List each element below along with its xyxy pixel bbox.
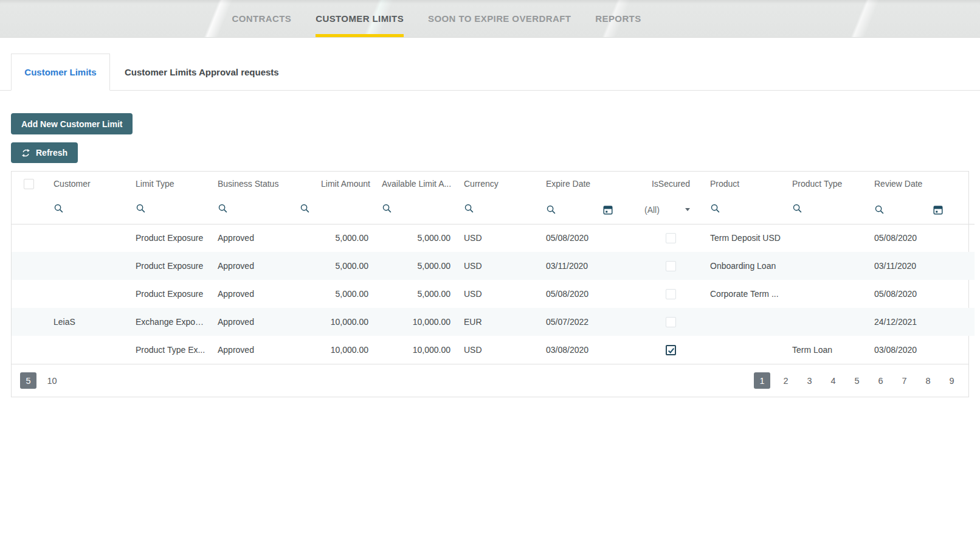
search-icon[interactable] bbox=[546, 204, 556, 215]
cell-limit-amount: 10,000.00 bbox=[292, 308, 374, 336]
tab-customer-limits[interactable]: Customer Limits bbox=[11, 54, 110, 91]
issecured-filter-dropdown[interactable]: (All) bbox=[643, 205, 699, 215]
page-4[interactable]: 4 bbox=[825, 372, 841, 389]
filter-limit-amount[interactable] bbox=[292, 196, 374, 224]
top-navigation-bar: CONTRACTS CUSTOMER LIMITS SOON TO EXPIRE… bbox=[0, 0, 980, 38]
active-nav-underline bbox=[316, 34, 404, 37]
filter-customer[interactable] bbox=[46, 196, 128, 224]
column-header-product[interactable]: Product bbox=[703, 172, 785, 196]
refresh-button[interactable]: Refresh bbox=[11, 142, 78, 163]
nav-item-soon-to-expire-overdraft[interactable]: SOON TO EXPIRE OVERDRAFT bbox=[428, 0, 571, 37]
select-all-checkbox[interactable] bbox=[24, 179, 34, 189]
column-header-review-date[interactable]: Review Date bbox=[867, 172, 975, 196]
cell-review-date: 05/08/2020 bbox=[867, 224, 975, 252]
row-select-cell bbox=[12, 252, 46, 280]
grid-filter-row: (All) bbox=[12, 196, 975, 224]
calendar-icon[interactable] bbox=[602, 204, 613, 215]
filter-currency[interactable] bbox=[457, 196, 539, 224]
cell-currency: USD bbox=[457, 336, 539, 364]
column-header-limit-type[interactable]: Limit Type bbox=[128, 172, 210, 196]
page-3[interactable]: 3 bbox=[801, 372, 818, 389]
table-row[interactable]: LeiaS Exchange Expos... Approved 10,000.… bbox=[12, 308, 975, 336]
cell-currency: EUR bbox=[457, 308, 539, 336]
page-9[interactable]: 9 bbox=[944, 372, 960, 389]
search-icon[interactable] bbox=[300, 203, 310, 214]
page-6[interactable]: 6 bbox=[872, 372, 889, 389]
page-size-10[interactable]: 10 bbox=[44, 372, 60, 389]
nav-item-reports[interactable]: REPORTS bbox=[595, 0, 641, 37]
cell-limit-amount: 5,000.00 bbox=[292, 252, 374, 280]
cell-customer bbox=[46, 224, 128, 252]
cell-issecured bbox=[636, 336, 703, 364]
table-row[interactable]: Product Exposure Approved 5,000.00 5,000… bbox=[12, 252, 975, 280]
filter-product[interactable] bbox=[703, 196, 785, 224]
grid-pager: 510 123456789 bbox=[12, 364, 968, 397]
table-row[interactable]: Product Type Ex... Approved 10,000.00 10… bbox=[12, 336, 975, 364]
page-1[interactable]: 1 bbox=[754, 372, 770, 389]
search-icon[interactable] bbox=[53, 203, 64, 214]
cell-product-type bbox=[785, 280, 867, 308]
cell-available-limit: 10,000.00 bbox=[374, 336, 457, 364]
page-5[interactable]: 5 bbox=[849, 372, 865, 389]
page-7[interactable]: 7 bbox=[896, 372, 913, 389]
cell-product-type bbox=[785, 308, 867, 336]
tab-strip: Customer Limits Customer Limits Approval… bbox=[0, 54, 980, 91]
nav-item-contracts[interactable]: CONTRACTS bbox=[232, 0, 291, 37]
cell-review-date: 03/11/2020 bbox=[867, 252, 975, 280]
filter-review-date[interactable] bbox=[867, 196, 975, 224]
issecured-filter-value: (All) bbox=[644, 205, 660, 215]
calendar-icon[interactable] bbox=[933, 204, 944, 215]
cell-issecured bbox=[636, 224, 703, 252]
column-header-product-type[interactable]: Product Type bbox=[785, 172, 867, 196]
add-new-customer-limit-button[interactable]: Add New Customer Limit bbox=[11, 113, 133, 134]
column-header-currency[interactable]: Currency bbox=[457, 172, 539, 196]
cell-available-limit: 5,000.00 bbox=[374, 280, 457, 308]
filter-expire-date[interactable] bbox=[539, 196, 636, 224]
search-icon[interactable] bbox=[464, 203, 474, 214]
cell-available-limit: 5,000.00 bbox=[374, 224, 457, 252]
table-row[interactable]: Product Exposure Approved 5,000.00 5,000… bbox=[12, 280, 975, 308]
nav-menu: CONTRACTS CUSTOMER LIMITS SOON TO EXPIRE… bbox=[0, 0, 927, 37]
row-select-cell bbox=[12, 224, 46, 252]
filter-business-status[interactable] bbox=[210, 196, 292, 224]
cell-expire-date: 05/07/2022 bbox=[539, 308, 636, 336]
column-header-issecured[interactable]: IsSecured bbox=[636, 172, 703, 196]
cell-customer bbox=[46, 252, 128, 280]
page-size-5[interactable]: 5 bbox=[20, 372, 36, 389]
table-row[interactable]: Product Exposure Approved 5,000.00 5,000… bbox=[12, 224, 975, 252]
search-icon[interactable] bbox=[136, 203, 146, 214]
filter-available-limit[interactable] bbox=[374, 196, 457, 224]
column-header-customer[interactable]: Customer bbox=[46, 172, 128, 196]
page-navigator: 123456789 bbox=[754, 372, 960, 389]
search-icon[interactable] bbox=[874, 204, 885, 215]
cell-currency: USD bbox=[457, 280, 539, 308]
chevron-down-icon bbox=[685, 208, 690, 211]
cell-issecured bbox=[636, 280, 703, 308]
filter-limit-type[interactable] bbox=[128, 196, 210, 224]
cell-limit-type: Exchange Expos... bbox=[128, 308, 210, 336]
tab-customer-limits-approval-requests[interactable]: Customer Limits Approval requests bbox=[110, 54, 294, 90]
filter-issecured[interactable]: (All) bbox=[636, 196, 703, 224]
search-icon[interactable] bbox=[218, 203, 228, 214]
filter-product-type[interactable] bbox=[785, 196, 867, 224]
cell-limit-amount: 10,000.00 bbox=[292, 336, 374, 364]
search-icon[interactable] bbox=[792, 203, 802, 214]
column-header-business-status[interactable]: Business Status bbox=[210, 172, 292, 196]
issecured-checkbox bbox=[666, 289, 676, 299]
nav-item-customer-limits[interactable]: CUSTOMER LIMITS bbox=[316, 0, 404, 37]
search-icon[interactable] bbox=[382, 203, 392, 214]
cell-limit-type: Product Type Ex... bbox=[128, 336, 210, 364]
page-8[interactable]: 8 bbox=[920, 372, 936, 389]
cell-business-status: Approved bbox=[210, 224, 292, 252]
column-header-expire-date[interactable]: Expire Date bbox=[539, 172, 636, 196]
page-2[interactable]: 2 bbox=[778, 372, 794, 389]
search-icon[interactable] bbox=[710, 203, 720, 214]
cell-available-limit: 10,000.00 bbox=[374, 308, 457, 336]
cell-expire-date: 05/08/2020 bbox=[539, 280, 636, 308]
column-header-available-limit[interactable]: Available Limit A... bbox=[374, 172, 457, 196]
filter-select-cell bbox=[12, 196, 46, 224]
column-header-limit-amount[interactable]: Limit Amount bbox=[292, 172, 374, 196]
cell-product-type: Term Loan bbox=[785, 336, 867, 364]
row-select-cell bbox=[12, 308, 46, 336]
cell-limit-amount: 5,000.00 bbox=[292, 224, 374, 252]
